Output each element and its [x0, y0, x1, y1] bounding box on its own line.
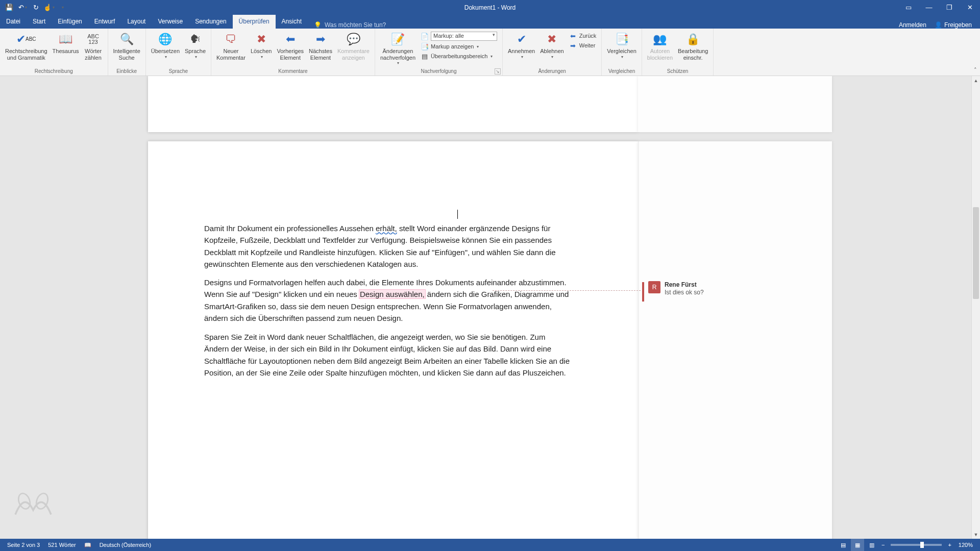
new-comment-button[interactable]: 🗨 Neuer Kommentar	[214, 30, 248, 62]
paragraph-2[interactable]: Designs und Formatvorlagen helfen auch d…	[204, 277, 572, 324]
group-label-sprache: Sprache	[149, 67, 208, 76]
maximize-button[interactable]: ❐	[939, 0, 960, 15]
previous-change-icon: ⬅	[569, 32, 577, 40]
chevron-up-icon: ˄	[974, 67, 977, 73]
scroll-up-button[interactable]: ▲	[972, 76, 980, 85]
tab-start[interactable]: Start	[27, 15, 52, 29]
web-layout-button[interactable]: ▥	[865, 539, 878, 551]
zoom-slider-thumb[interactable]	[920, 542, 924, 548]
word-count-button[interactable]: ABC123 Wörter zählen	[82, 30, 105, 62]
tab-einfuegen[interactable]: Einfügen	[52, 15, 88, 29]
touch-mode-button[interactable]: ☝▾	[43, 2, 55, 14]
proofing-icon: 📖	[84, 542, 91, 548]
zoom-in-button[interactable]: +	[946, 542, 953, 548]
previous-page[interactable]	[148, 76, 638, 132]
close-button[interactable]: ✕	[960, 0, 980, 15]
show-comments-button: 💬 Kommentare anzeigen	[335, 30, 372, 62]
close-icon: ✕	[967, 4, 973, 11]
next-change-button[interactable]: ➡ Weiter	[567, 41, 599, 50]
web-layout-icon: ▥	[869, 542, 874, 548]
commented-text[interactable]: Design auswählen,	[359, 290, 425, 298]
avatar-initials: R	[652, 284, 657, 291]
comment-balloon[interactable]: R Rene Fürst Ist dies ok so?	[648, 281, 704, 296]
track-changes-button[interactable]: 📝 Änderungen nachverfolgen ▾	[378, 30, 418, 66]
page-indicator[interactable]: Seite 2 von 3	[3, 539, 44, 551]
next-comment-button[interactable]: ➡ Nächstes Element	[307, 30, 334, 62]
block-authors-icon: 👥	[652, 31, 668, 47]
previous-comment-button[interactable]: ⬅ Vorheriges Element	[275, 30, 306, 62]
paragraph-1[interactable]: Damit Ihr Dokument ein professionelles A…	[204, 222, 572, 270]
restrict-editing-button[interactable]: 🔒 Bearbeitung einschr.	[676, 30, 710, 62]
scroll-down-button[interactable]: ▼	[972, 530, 980, 539]
delete-comment-icon: ✖	[253, 31, 270, 47]
scroll-track[interactable]	[972, 85, 980, 530]
delete-comment-button[interactable]: ✖ Löschen ▾	[249, 30, 274, 60]
quick-access-toolbar: 💾 ↶▾ ↻ ☝▾ ▾	[0, 2, 68, 14]
ribbon-display-options-button[interactable]: ▭	[898, 0, 919, 15]
vertical-scrollbar[interactable]: ▲ ▼	[971, 76, 980, 539]
group-kommentare: 🗨 Neuer Kommentar ✖ Löschen ▾ ⬅ Vorherig…	[211, 29, 375, 76]
group-einblicke: 🔍 Intelligente Suche Einblicke	[108, 29, 146, 76]
tab-layout[interactable]: Layout	[121, 15, 152, 29]
scroll-thumb[interactable]	[973, 207, 979, 299]
tab-entwurf[interactable]: Entwurf	[88, 15, 121, 29]
tab-ansicht[interactable]: Ansicht	[276, 15, 308, 29]
document-area[interactable]: Damit Ihr Dokument ein professionelles A…	[0, 76, 980, 539]
spelling-wavy[interactable]: erhält,	[376, 224, 397, 233]
save-button[interactable]: 💾	[3, 2, 15, 14]
previous-change-button[interactable]: ⬅ Zurück	[567, 31, 599, 40]
tab-sendungen[interactable]: Sendungen	[189, 15, 232, 29]
language-indicator[interactable]: Deutsch (Österreich)	[95, 539, 155, 551]
read-mode-button[interactable]: ▤	[837, 539, 850, 551]
markup-display-icon: 📄	[421, 32, 429, 40]
tell-me-search[interactable]: 💡 Was möchten Sie tun?	[308, 21, 392, 29]
smart-lookup-button[interactable]: 🔍 Intelligente Suche	[111, 30, 142, 62]
language-button[interactable]: 🗣 Sprache ▾	[183, 30, 208, 60]
zoom-slider[interactable]	[891, 544, 942, 546]
comment-connector-line	[493, 290, 641, 291]
qat-customize-button[interactable]: ▾	[56, 2, 68, 14]
ribbon-tabs: Datei Start Einfügen Entwurf Layout Verw…	[0, 15, 980, 29]
thesaurus-button[interactable]: 📖 Thesaurus	[51, 30, 81, 56]
zoom-level[interactable]: 120%	[954, 542, 977, 548]
paragraph-3[interactable]: Sparen Sie Zeit in Word dank neuer Schal…	[204, 331, 572, 379]
share-button[interactable]: 👤 Freigeben	[935, 21, 972, 29]
undo-button[interactable]: ↶▾	[16, 2, 29, 14]
text-cursor	[457, 210, 458, 219]
reject-button[interactable]: ✖ Ablehnen ▾	[538, 30, 566, 60]
tracking-dialog-launcher[interactable]: ↘	[495, 68, 501, 74]
word-count-indicator[interactable]: 521 Wörter	[44, 539, 80, 551]
show-markup-button[interactable]: 📑 Markup anzeigen▾	[419, 42, 499, 51]
save-icon: 💾	[5, 4, 13, 11]
group-schuetzen: 👥 Autoren blockieren 🔒 Bearbeitung einsc…	[642, 29, 714, 76]
tab-ueberpruefen[interactable]: Überprüfen	[233, 15, 276, 29]
redo-icon: ↻	[33, 4, 39, 11]
spellcheck-icon: ✔ABC	[18, 31, 34, 47]
spellcheck-button[interactable]: ✔ABC Rechtschreibung und Grammatik	[3, 30, 50, 62]
share-icon: 👤	[935, 21, 942, 29]
sign-in-link[interactable]: Anmelden	[899, 21, 926, 29]
word-count-icon: ABC123	[85, 31, 102, 47]
translate-icon: 🌐	[157, 31, 174, 47]
restrict-editing-icon: 🔒	[685, 31, 701, 47]
tab-datei[interactable]: Datei	[0, 15, 27, 29]
avatar: R	[648, 281, 660, 293]
compare-button[interactable]: 📑 Vergleichen ▾	[605, 30, 639, 60]
reviewing-pane-button[interactable]: ▤ Überarbeitungsbereich▾	[419, 52, 499, 61]
markup-display-select[interactable]: 📄 Markup: alle	[419, 31, 499, 41]
minimize-button[interactable]: —	[919, 0, 939, 15]
collapse-ribbon-button[interactable]: ˄	[973, 66, 978, 74]
reviewing-pane-icon: ▤	[421, 52, 429, 60]
accept-button[interactable]: ✔ Annehmen ▾	[506, 30, 537, 60]
lightbulb-icon: 💡	[314, 21, 322, 29]
read-mode-icon: ▤	[841, 542, 846, 548]
zoom-out-button[interactable]: −	[879, 542, 887, 548]
print-layout-button[interactable]: ▦	[851, 539, 864, 551]
comment-indicator-bar	[642, 282, 644, 302]
tab-verweise[interactable]: Verweise	[152, 15, 189, 29]
track-changes-icon: 📝	[389, 31, 406, 47]
redo-button[interactable]: ↻	[30, 2, 42, 14]
translate-button[interactable]: 🌐 Übersetzen ▾	[149, 30, 182, 60]
thesaurus-icon: 📖	[58, 31, 74, 47]
proofing-button[interactable]: 📖	[80, 539, 95, 551]
